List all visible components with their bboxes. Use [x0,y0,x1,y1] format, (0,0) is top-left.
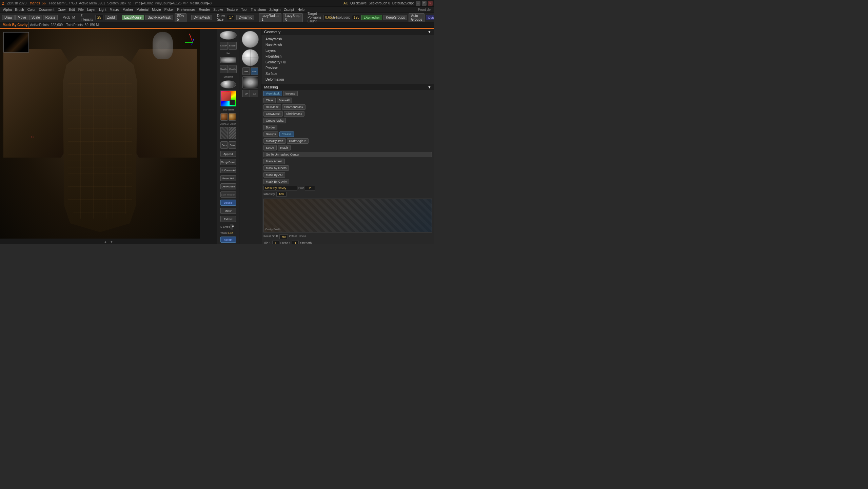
masking-header[interactable]: Masking ▼ [261,84,434,90]
layers-item[interactable]: Layers [263,48,432,54]
dyna-btn[interactable]: DynaMesh [191,15,212,20]
quicksave-btn[interactable]: QuickSave [350,1,367,5]
draw-btn[interactable]: Draw [2,15,15,20]
material-select-a[interactable]: SelA [242,67,250,75]
menu-preferences[interactable]: Preferences [176,7,197,13]
menu-texture[interactable]: Texture [225,7,239,13]
alpha-thumb[interactable] [220,127,228,139]
rotate-btn[interactable]: Rotate [43,15,58,20]
menu-material[interactable]: Material [135,7,151,13]
menu-layer[interactable]: Layer [85,7,97,13]
sharpen-mask-btn[interactable]: SharpenMask [282,104,306,110]
grow-mask-btn[interactable]: GrowMask [263,111,283,117]
menu-macro[interactable]: Macro [108,7,121,13]
del-hidden-btn[interactable]: Del Hidden [220,183,236,189]
view-mask-btn[interactable]: ViewMask [263,91,282,96]
dynamic-btn[interactable]: Dynamic [236,15,254,20]
set-dir-btn[interactable]: SetDir [263,145,277,150]
split-hidden-btn[interactable]: Split Hidden [220,191,236,198]
merge-btn[interactable]: MergeDown [220,159,236,165]
menu-help[interactable]: Help [296,7,306,13]
sdiv-btn[interactable]: SDiv 5 [175,13,186,22]
accept-btn[interactable]: Accept [220,237,236,243]
inv-dir-btn[interactable]: InvDir [278,145,291,150]
menu-document[interactable]: Document [37,7,56,13]
select-a-btn[interactable]: SelectA [220,42,228,50]
mask-adjust-btn[interactable]: Mask Adjust [263,159,285,164]
resolution-value[interactable]: 128 [352,15,360,20]
double-btn[interactable]: Double [220,200,236,206]
mask-cavity-input[interactable] [263,186,297,190]
ssmt-arrow[interactable]: ▼ [231,224,233,229]
default-script[interactable]: DefaultZScript [392,1,414,5]
thick-val[interactable]: 0.02 [228,231,233,235]
lazymouse-btn[interactable]: LazyMouse [122,15,144,20]
extract-btn[interactable]: Extract [220,216,236,222]
color-swatch-container[interactable] [220,90,236,106]
menu-transform[interactable]: Transform [249,7,268,13]
zremesher-btn[interactable]: ZRemesher [361,15,382,20]
surface-item[interactable]: Surface [263,71,432,77]
swatch-brown-2[interactable] [229,113,236,121]
preview-item[interactable]: Preview [263,65,432,71]
move-btn[interactable]: Move [15,15,28,20]
menu-zplugin[interactable]: Zplugin [268,7,282,13]
detect-edges-btn[interactable]: DetectEdges [426,15,434,20]
select-r-btn[interactable]: SelectR [229,42,237,50]
mask-fibers-btn[interactable]: Mask by Fibers [263,165,289,171]
geometry-header[interactable]: Geometry ▼ [261,29,434,35]
maximize-icon[interactable]: □ [422,1,427,6]
deformation-item[interactable]: Deformation [263,77,432,82]
mask-ao-btn[interactable]: Mask By AO [263,172,285,178]
menu-brush[interactable]: Brush [14,7,26,13]
menu-picker[interactable]: Picker [163,7,176,13]
menu-marker[interactable]: Marker [121,7,135,13]
menu-render[interactable]: Render [197,7,212,13]
create-alpha-btn[interactable]: Create Alpha [263,118,286,123]
menu-stroke[interactable]: Stroke [212,7,225,13]
nav-down-icon[interactable]: ▼ [110,240,113,244]
groups-btn[interactable]: Groups [263,131,278,137]
blur-val[interactable]: 2 [305,186,315,190]
material-select-r[interactable]: SelR [251,67,258,75]
menu-zscript[interactable]: Zscript [282,7,296,13]
menu-movie[interactable]: Movie [150,7,163,13]
inverse-btn[interactable]: Inverse [283,91,298,96]
lazy-radius-btn[interactable]: LazyRadius 1 [259,13,281,22]
mask-ar-btn[interactable]: MA [251,90,258,97]
geometry-hd-item[interactable]: Geometry HD [263,59,432,65]
blur-mask-btn[interactable]: BlurMask [263,104,281,110]
mask-pe-btn[interactable]: MP [242,90,250,97]
keep-groups-btn[interactable]: KeepGroups [383,15,407,20]
tile-val[interactable]: 1 [272,241,279,244]
auto-groups-btn[interactable]: Auto Groups [409,13,425,22]
border-btn[interactable]: Border [263,125,277,130]
menu-color[interactable]: Color [26,7,37,13]
menu-file[interactable]: File [77,7,85,13]
steps-val[interactable]: 1 [292,241,299,244]
nav-up-icon[interactable]: ▲ [104,240,107,244]
mask-by-draft-btn[interactable]: MaskByDraft [263,138,286,144]
clear-btn[interactable]: Clear [263,98,276,103]
nano-mesh-item[interactable]: NanoMesh [263,42,432,48]
zadd-btn[interactable]: Zadd [105,15,117,20]
mask-cavity-header-btn[interactable]: Mask By Cavity [263,179,289,184]
draw-size-value[interactable]: 17 [227,15,235,20]
go-to-unmasked-btn[interactable]: Go To Unmasked Center [263,152,432,157]
project-btn[interactable]: ProjectAll [220,175,236,181]
backface-btn[interactable]: BackFaceMask [145,15,173,20]
intensity-value[interactable]: 100 [276,192,287,197]
fiber-mesh-item[interactable]: FiberMesh [263,54,432,59]
viewport-panel[interactable]: ○ ▲ ▼ [0,29,217,244]
focal-shift-val[interactable]: -90 [279,235,288,239]
crease-btn[interactable]: Crease [279,131,294,137]
menu-draw[interactable]: Draw [56,7,67,13]
swatch-brown-1[interactable] [220,113,228,121]
append-btn-brush[interactable]: Append [220,151,236,157]
mirror-btn[interactable]: Mirror [220,208,236,214]
menu-alpha[interactable]: Alpha [1,7,14,13]
menu-tool[interactable]: Tool [239,7,249,13]
brush-thumb[interactable] [229,127,236,139]
un-crease-btn[interactable]: UnCreaseAll [220,167,236,173]
shrink-mask-btn[interactable]: ShrinkMask [284,111,304,117]
